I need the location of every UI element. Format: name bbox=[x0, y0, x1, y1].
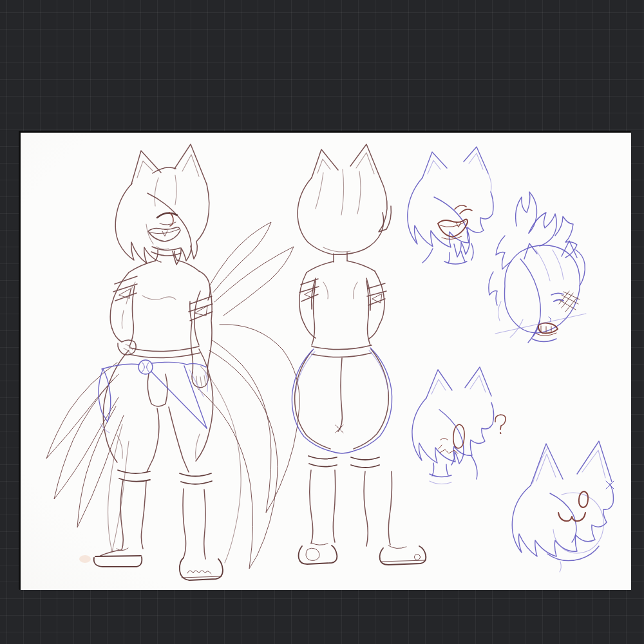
front-view-figure bbox=[46, 144, 299, 580]
confused-head-sketch bbox=[412, 367, 506, 484]
flaming-head-sketch bbox=[489, 192, 586, 343]
app-workspace: { "workspace": { "background_color": "#2… bbox=[0, 0, 644, 644]
artwork bbox=[21, 133, 631, 590]
cat-face-head-sketch bbox=[512, 441, 614, 572]
back-view-figure bbox=[292, 144, 426, 565]
drawing-canvas[interactable] bbox=[19, 131, 631, 590]
pencil-smudge bbox=[79, 555, 91, 563]
laughing-head-sketch bbox=[408, 147, 493, 264]
